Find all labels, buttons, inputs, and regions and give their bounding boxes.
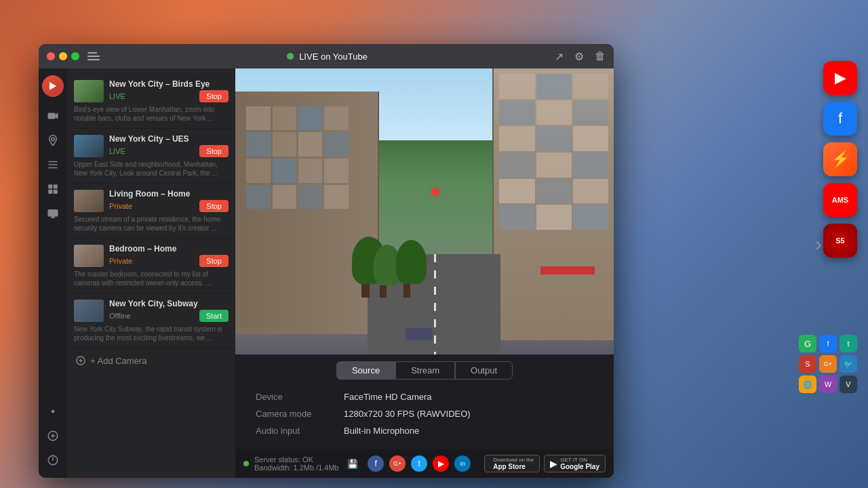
camera-thumbnail	[74, 80, 104, 102]
trash-icon[interactable]: 🗑	[595, 50, 606, 62]
mini-row-1: G f t	[799, 335, 857, 352]
facebook-dock-icon[interactable]: f	[823, 102, 857, 136]
minimize-button[interactable]	[59, 52, 67, 60]
menu-line	[87, 59, 100, 60]
mini-row-3: 🌐 W V	[799, 375, 857, 393]
camera-name: Living Room – Home	[109, 189, 229, 199]
tab-stream[interactable]: Stream	[395, 361, 455, 380]
mini-icon-gplus[interactable]: G+	[819, 355, 837, 373]
close-button[interactable]	[47, 52, 55, 60]
camera-item[interactable]: New York City – UES LIVE Stop Upper East…	[67, 129, 235, 184]
audio-input-label: Audio input	[256, 426, 344, 436]
stop-button[interactable]: Stop	[199, 90, 229, 102]
play-icon	[50, 82, 56, 90]
google-badge-main: Google Play	[560, 463, 599, 470]
maximize-button[interactable]	[71, 52, 79, 60]
sidebar-item-add[interactable]	[42, 425, 64, 447]
lightning-dock-icon[interactable]: ⚡	[823, 142, 857, 176]
s5-dock-icon[interactable]: S5	[823, 224, 857, 258]
sidebar-item-list[interactable]	[42, 154, 64, 176]
device-value: FaceTime HD Camera	[344, 392, 432, 402]
audio-input-row: Audio input Built-in Microphone	[256, 426, 593, 436]
camera-status: Private	[109, 202, 132, 210]
sidebar-item-grid[interactable]	[42, 178, 64, 200]
start-button[interactable]: Start	[199, 310, 229, 322]
camera-description: Bird's-eye view of Lower Manhattan, zoom…	[74, 105, 229, 123]
camera-item[interactable]: New York City – Birds Eye LIVE Stop Bird…	[67, 74, 235, 129]
mini-row-2: S G+ 🐦	[799, 355, 857, 373]
mini-icon-v[interactable]: V	[840, 375, 857, 393]
stop-button[interactable]: Stop	[199, 200, 229, 212]
youtube-dock-icon[interactable]: ▶	[823, 61, 857, 95]
building-right	[492, 68, 614, 340]
facebook-icon-label: f	[838, 110, 842, 127]
camera-name: New York City, Subway	[109, 299, 229, 308]
camera-header: New York City – UES LIVE Stop	[74, 134, 229, 157]
camera-status: Offline	[109, 312, 131, 320]
youtube-icon-label: ▶	[835, 69, 846, 87]
stop-button[interactable]: Stop	[199, 255, 229, 267]
google-play-badge[interactable]: ▶ GET IT ON Google Play	[544, 455, 606, 472]
hdd-icon: 💾	[347, 459, 358, 469]
linkedin-social-icon[interactable]: in	[454, 455, 471, 472]
trees	[357, 111, 452, 297]
ams-icon-label: AMS	[832, 196, 848, 204]
sidebar-item-preview[interactable]	[42, 203, 64, 224]
camera-mode-value: 868x488 30 FPS (RAWVIDEO)	[344, 409, 471, 419]
app-content: New York City – Birds Eye LIVE Stop Bird…	[39, 68, 614, 478]
svg-point-12	[52, 410, 55, 413]
twitter-social-icon[interactable]: t	[411, 455, 427, 472]
stop-button[interactable]: Stop	[199, 145, 229, 157]
camera-item[interactable]: New York City, Subway Offline Start New …	[67, 293, 235, 348]
sidebar-item-power[interactable]	[42, 449, 64, 471]
mini-icon-t[interactable]: t	[840, 335, 857, 352]
menu-line	[87, 52, 97, 54]
add-camera-button[interactable]: + Add Camera	[67, 348, 235, 373]
settings-icon[interactable]: ⚙	[574, 50, 584, 63]
mini-icon-web[interactable]: 🌐	[799, 375, 816, 393]
app-store-badges: Download on the App Store ▶ GET IT ON Go…	[484, 455, 606, 472]
mini-icon-s[interactable]: S	[799, 355, 816, 373]
camera-header: New York City, Subway Offline Start	[74, 299, 229, 322]
apple-appstore-badge[interactable]: Download on the App Store	[484, 455, 540, 472]
menu-icon[interactable]	[87, 52, 100, 60]
title-bar-center: LIVE on YouTube	[100, 52, 555, 62]
sidebar-item-location[interactable]	[42, 129, 64, 151]
control-tabs: Source Stream Output	[235, 354, 614, 384]
mini-icon-f[interactable]: f	[819, 335, 837, 352]
ams-dock-icon[interactable]: AMS	[823, 183, 857, 217]
camera-thumbnail	[74, 135, 104, 157]
menu-line	[87, 56, 100, 57]
camera-status: LIVE	[109, 92, 125, 100]
camera-info: Living Room – Home Private Stop	[109, 189, 229, 212]
google-play-icon: ▶	[550, 458, 557, 469]
mini-icon-g[interactable]: G	[799, 335, 816, 352]
right-dock: ▶ f ⚡ AMS S5	[823, 61, 857, 258]
camera-thumbnail	[74, 300, 104, 322]
sidebar-item-settings[interactable]	[42, 401, 64, 422]
audio-input-value: Built-in Microphone	[344, 426, 419, 436]
mini-icon-twitter[interactable]: 🐦	[840, 355, 857, 373]
svg-rect-5	[48, 167, 58, 169]
svg-rect-4	[48, 164, 58, 165]
camera-header: Bedroom – Home Private Stop	[74, 244, 229, 267]
tab-output[interactable]: Output	[455, 361, 513, 380]
share-icon[interactable]: ↗	[555, 50, 564, 63]
street-scene	[235, 68, 614, 354]
svg-point-2	[52, 138, 55, 141]
camera-status-row: LIVE Stop	[109, 90, 229, 102]
facebook-social-icon[interactable]: f	[368, 455, 384, 472]
svg-rect-9	[54, 190, 58, 194]
camera-status-row: Private Stop	[109, 200, 229, 212]
sidebar-item-cameras[interactable]	[42, 105, 64, 127]
youtube-social-icon[interactable]: ▶	[433, 455, 449, 472]
app-logo[interactable]	[42, 75, 64, 97]
svg-marker-1	[56, 113, 58, 119]
camera-item[interactable]: Bedroom – Home Private Stop The master b…	[67, 239, 235, 293]
googleplus-social-icon[interactable]: G+	[389, 455, 406, 472]
mini-icon-w[interactable]: W	[819, 375, 837, 393]
svg-rect-10	[48, 209, 58, 217]
camera-mode-row: Camera mode 868x488 30 FPS (RAWVIDEO)	[256, 409, 593, 419]
camera-item[interactable]: Living Room – Home Private Stop Secured …	[67, 184, 235, 239]
tab-source[interactable]: Source	[336, 361, 395, 380]
